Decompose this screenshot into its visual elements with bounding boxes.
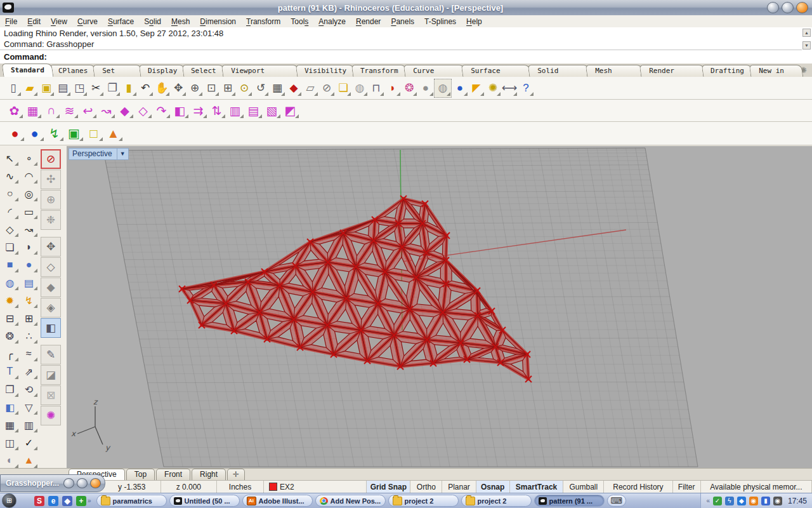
ts-udir-icon[interactable]: ⇉ [189, 102, 207, 119]
open-file-icon[interactable]: ▰ [22, 79, 38, 97]
arrow-cone-icon[interactable]: ◤ [468, 79, 485, 97]
tsplines-gear-icon[interactable]: ✺ [41, 406, 61, 425]
box-icon[interactable]: ■ [1, 256, 19, 274]
ellipse-icon[interactable]: ◎ [20, 185, 38, 203]
ts-frame-icon[interactable]: □ [84, 124, 103, 142]
explode-icon[interactable]: ✹ [1, 291, 19, 309]
move-axes-icon[interactable]: ✥ [41, 237, 61, 257]
status-toggle-gumball[interactable]: Gumball [563, 481, 604, 493]
task-button-pattern-91-[interactable]: pattern (91 ... [534, 495, 605, 507]
new-file-icon[interactable]: ▯ [5, 79, 22, 97]
toolbar-tab-mesh-tools[interactable]: Mesh Tools [586, 65, 644, 77]
menu-render[interactable]: Render [351, 17, 386, 27]
viewport-tab-right[interactable]: Right [192, 469, 226, 480]
curve-control-points-icon[interactable]: ∿ [1, 167, 19, 185]
dimension-icon[interactable]: ⟷ [501, 79, 518, 97]
status-toggle-grid-snap[interactable]: Grid Snap [367, 481, 410, 493]
paste-icon[interactable]: ▮ [121, 79, 137, 97]
toolbar-tab-new-in-v5[interactable]: New in V5 [749, 65, 804, 77]
ts-cone-icon[interactable]: ▲ [103, 124, 123, 142]
toolbar-tab-render-tools[interactable]: Render Tools [639, 65, 706, 77]
ts-curve-icon[interactable]: ↝ [97, 102, 115, 119]
zoom-window-icon[interactable]: ⊡ [203, 79, 219, 97]
zoom-extents-icon[interactable]: ⊞ [219, 79, 236, 97]
command-history[interactable]: Loading Rhino Render, version 1.50, Sep … [0, 27, 802, 50]
menu-panels[interactable]: Panels [386, 17, 419, 27]
chevron-right-icon[interactable]: » [88, 497, 91, 504]
freeform-curve-icon[interactable]: ↝ [20, 220, 38, 238]
quicklaunch-app2-icon[interactable]: ◆ [62, 496, 72, 506]
viewport-tab-top[interactable]: Top [126, 469, 155, 480]
menu-view[interactable]: View [46, 17, 72, 27]
ts-grid-icon[interactable]: ▦ [23, 102, 42, 119]
viewport-title[interactable]: Perspective [69, 148, 117, 160]
group-icon[interactable]: ❐ [1, 380, 19, 398]
command-scrollbar[interactable]: ▲ ▼ [802, 29, 811, 50]
tray-phone-icon[interactable]: ▮ [761, 497, 770, 505]
tray-dropbox-icon[interactable]: ◆ [737, 497, 746, 505]
shade-icon[interactable]: ◗ [384, 79, 401, 97]
close-button[interactable] [796, 2, 808, 13]
sphere-icon[interactable]: ● [20, 256, 38, 274]
menu-curve[interactable]: Curve [72, 17, 103, 27]
status-toggle-smarttrack[interactable]: SmartTrack [510, 481, 564, 493]
undo-view-icon[interactable]: ↺ [252, 79, 269, 97]
options-gears-icon[interactable]: ✺ [485, 79, 501, 97]
toolbar-tab-drafting[interactable]: Drafting [702, 65, 754, 77]
grasshopper-minimize-button[interactable] [63, 478, 74, 488]
boolean-icon[interactable]: ↯ [20, 291, 38, 309]
ts-swirl-icon[interactable]: ↷ [152, 102, 171, 119]
toolbar-tab-solid-tools[interactable]: Solid Tools [527, 65, 589, 77]
globe-icon[interactable]: ⊕ [41, 190, 61, 210]
chevron-left-icon[interactable]: « [706, 497, 710, 504]
status-toggle-record-history[interactable]: Record History [604, 481, 672, 493]
check-icon[interactable]: ✓ [20, 434, 38, 451]
command-area[interactable]: Loading Rhino Render, version 1.50, Sep … [0, 27, 812, 65]
cube-edges-icon[interactable]: ◈ [41, 298, 61, 318]
arc-icon[interactable]: ◜ [1, 203, 19, 220]
scale-icon[interactable]: ⇗ [20, 363, 38, 380]
toolbar-tab-visibility[interactable]: Visibility [296, 65, 356, 77]
toolbar-tab-surface-tools[interactable]: Surface Tools [461, 65, 532, 77]
menu-transform[interactable]: Transform [241, 17, 285, 27]
toolbar-tab-transform[interactable]: Transform [351, 65, 407, 77]
menu-dimension[interactable]: Dimension [195, 17, 241, 27]
toolbar-tab-curve-tools[interactable]: Curve Tools [403, 65, 465, 77]
ts-bridge-icon[interactable]: ≋ [60, 102, 79, 119]
toolbar-tab-standard[interactable]: Standard [2, 64, 54, 77]
menu-mesh[interactable]: Mesh [166, 17, 195, 27]
toolbar-tab-viewport-layout[interactable]: Viewport Layout [221, 65, 300, 77]
perspective-viewport[interactable]: Perspective ▼ zxy [67, 146, 812, 468]
ts-sheet-icon[interactable]: ◧ [171, 102, 189, 119]
menu-solid[interactable]: Solid [139, 17, 166, 27]
export-icon[interactable]: ◳ [71, 79, 88, 97]
split-icon[interactable]: ⊞ [20, 309, 38, 327]
toolbar-tab-set-view[interactable]: Set View [93, 65, 143, 77]
menu-edit[interactable]: Edit [22, 17, 46, 27]
fillet-icon[interactable]: ╭ [1, 345, 19, 363]
copy-icon[interactable]: ❐ [104, 79, 121, 97]
circle-center-icon[interactable]: ⊘ [318, 79, 335, 97]
cut-icon[interactable]: ✂ [88, 79, 104, 97]
menu-help[interactable]: Help [461, 17, 487, 27]
cube-vertices-icon[interactable]: ◇ [41, 257, 61, 277]
visibility-icon[interactable]: ◍ [351, 79, 368, 97]
curved-surface-icon[interactable]: ◗ [20, 238, 38, 256]
cube-solid-icon[interactable]: ◆ [41, 277, 61, 297]
pull-tool-icon[interactable]: ✎ [41, 345, 61, 364]
cube-selected-icon[interactable]: ◧ [41, 318, 61, 338]
new-viewport-tab-button[interactable]: ✛ [227, 469, 245, 480]
scroll-down-icon[interactable]: ▼ [802, 41, 811, 50]
point-color-icon[interactable]: ∴ [20, 327, 38, 345]
task-button-paramatrics[interactable]: paramatrics [96, 495, 167, 507]
trim-icon[interactable]: ⊟ [1, 309, 19, 327]
scroll-up-icon[interactable]: ▲ [802, 29, 811, 37]
polygon-icon[interactable]: ◇ [1, 220, 19, 238]
menu-t-splines[interactable]: T-Splines [419, 17, 461, 27]
start-button[interactable]: ⊞ [2, 493, 16, 508]
menu-tools[interactable]: Tools [285, 17, 313, 27]
ts-convert-icon[interactable]: ↯ [44, 124, 64, 142]
select-pointer-icon[interactable]: ↖ [1, 149, 19, 167]
ts-box-mode-icon[interactable]: ▣ [64, 124, 84, 142]
point-icon[interactable]: ∘ [20, 149, 38, 167]
